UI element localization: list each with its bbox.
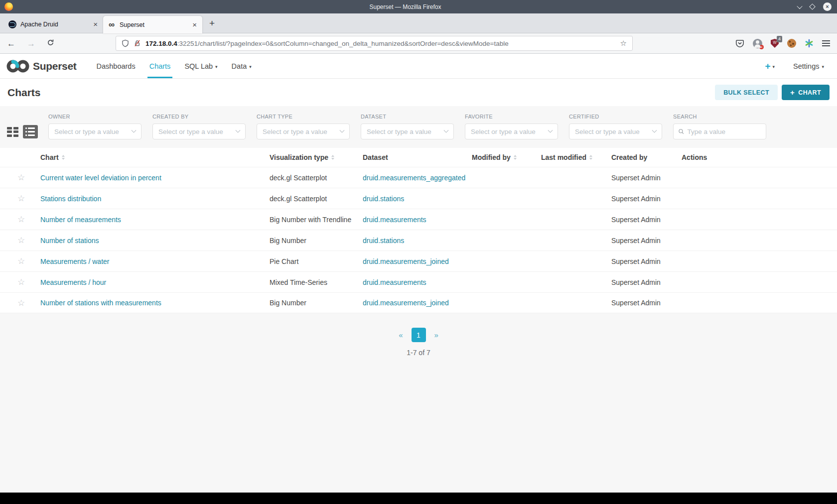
infinity-logo-icon: [6, 59, 29, 74]
chart-link[interactable]: Number of stations with measurements: [40, 299, 161, 307]
favorite-star-icon[interactable]: ☆: [7, 193, 40, 204]
pocket-icon[interactable]: [735, 39, 744, 48]
chevron-down-icon: [132, 127, 137, 132]
dataset-link[interactable]: druid.measurements_joined: [363, 257, 449, 265]
chevron-down-icon: [652, 127, 657, 132]
list-view-icon[interactable]: [23, 125, 38, 138]
col-header-modified-by[interactable]: Modified by: [472, 153, 541, 161]
new-dropdown-button[interactable]: + ▾: [765, 61, 775, 71]
tab-bar: Apache Druid × ∞ Superset × +: [0, 13, 837, 33]
col-header-chart[interactable]: Chart: [40, 153, 270, 161]
favorite-star-icon[interactable]: ☆: [7, 235, 40, 246]
tracking-shield-icon[interactable]: [122, 39, 129, 47]
adblock-badge: 4: [777, 36, 782, 42]
chart-link[interactable]: Measurements / hour: [40, 278, 106, 286]
sort-icon[interactable]: [589, 155, 592, 160]
created-by: Superset Admin: [611, 174, 682, 182]
new-tab-button[interactable]: +: [209, 18, 215, 29]
dataset-filter-select[interactable]: Select or type a value: [361, 124, 454, 139]
prev-page-button[interactable]: «: [395, 331, 407, 339]
col-header-actions: Actions: [682, 153, 837, 161]
chart-link[interactable]: Current water level deviation in percent: [40, 174, 161, 182]
window-titlebar: Superset — Mozilla Firefox ×: [0, 0, 837, 13]
settings-menu[interactable]: Settings ▾: [793, 62, 824, 70]
new-chart-button[interactable]: + CHART: [782, 85, 830, 100]
chart-link[interactable]: Number of measurements: [40, 216, 121, 224]
adblock-shield-icon[interactable]: 4: [771, 39, 779, 48]
chart-link[interactable]: Measurements / water: [40, 257, 110, 265]
nav-charts[interactable]: Charts: [142, 54, 178, 78]
favorite-star-icon[interactable]: ☆: [7, 256, 40, 266]
superset-favicon: ∞: [108, 21, 116, 29]
sort-icon[interactable]: [62, 155, 65, 160]
url-bar[interactable]: 172.18.0.4:32251/chart/list/?pageIndex=0…: [116, 36, 633, 51]
chevron-down-icon: [548, 127, 553, 132]
favorite-star-icon[interactable]: ☆: [7, 298, 40, 308]
dataset-link[interactable]: druid.measurements_joined: [363, 299, 449, 307]
firefox-icon: [4, 2, 13, 11]
nav-dashboards[interactable]: Dashboards: [89, 54, 142, 78]
table-row: ☆ Measurements / water Pie Chart druid.m…: [0, 251, 837, 271]
created-by: Superset Admin: [611, 195, 682, 203]
tab-apache-druid[interactable]: Apache Druid ×: [4, 15, 103, 33]
tab-close-icon[interactable]: ×: [92, 20, 99, 28]
menu-icon[interactable]: [822, 40, 830, 46]
table-row: ☆ Number of measurements Big Number with…: [0, 209, 837, 230]
account-icon[interactable]: ×: [753, 39, 762, 48]
viz-type: Big Number: [270, 299, 363, 307]
insecure-lock-icon[interactable]: [134, 39, 141, 47]
owner-filter-select[interactable]: Select or type a value: [48, 124, 141, 139]
sort-icon[interactable]: [514, 155, 517, 160]
favorite-star-icon[interactable]: ☆: [7, 172, 40, 183]
dataset-link[interactable]: druid.measurements: [363, 216, 426, 224]
sort-icon[interactable]: [331, 155, 334, 160]
search-box: [673, 124, 766, 139]
col-header-last-modified[interactable]: Last modified: [541, 153, 611, 161]
extension-asterisk-icon[interactable]: [805, 39, 814, 48]
dataset-link[interactable]: druid.stations: [363, 195, 404, 203]
favorite-filter-select[interactable]: Select or type a value: [465, 124, 558, 139]
filter-label-dataset: DATASET: [361, 114, 454, 120]
card-view-icon[interactable]: [7, 127, 18, 137]
close-icon[interactable]: ×: [823, 2, 832, 11]
nav-data[interactable]: Data▾: [225, 54, 259, 78]
page-1-button[interactable]: 1: [412, 328, 426, 342]
charts-table: Chart Visualization type Dataset Modifie…: [0, 148, 837, 313]
next-page-button[interactable]: »: [430, 331, 442, 339]
bookmark-star-icon[interactable]: ☆: [620, 39, 627, 48]
pagination: « 1 »: [0, 328, 837, 342]
filter-label-chart-type: CHART TYPE: [257, 114, 350, 120]
nav-sql-lab[interactable]: SQL Lab▾: [177, 54, 224, 78]
chart-type-filter-select[interactable]: Select or type a value: [257, 124, 350, 139]
page-header: Charts BULK SELECT + CHART: [0, 79, 837, 106]
reload-icon[interactable]: [47, 39, 54, 48]
druid-favicon: [8, 20, 16, 28]
col-header-created-by: Created by: [611, 153, 682, 161]
certified-filter-select[interactable]: Select or type a value: [569, 124, 662, 139]
search-input[interactable]: [687, 128, 761, 135]
dataset-link[interactable]: druid.measurements_aggregated: [363, 174, 465, 182]
minimize-icon[interactable]: [797, 3, 802, 8]
bulk-select-button[interactable]: BULK SELECT: [715, 85, 778, 100]
tab-close-icon[interactable]: ×: [191, 20, 198, 29]
dataset-link[interactable]: druid.measurements: [363, 278, 426, 286]
dataset-link[interactable]: druid.stations: [363, 237, 404, 245]
forward-icon[interactable]: →: [27, 39, 35, 48]
chart-link[interactable]: Stations distribution: [40, 195, 101, 203]
favorite-star-icon[interactable]: ☆: [7, 214, 40, 225]
url-host: 172.18.0.4: [145, 40, 177, 47]
created-by-filter-select[interactable]: Select or type a value: [152, 124, 246, 139]
tab-title: Superset: [120, 21, 191, 28]
cookie-icon[interactable]: [787, 39, 796, 48]
superset-logo[interactable]: Superset: [6, 59, 76, 74]
table-header-row: Chart Visualization type Dataset Modifie…: [0, 148, 837, 167]
favorite-star-icon[interactable]: ☆: [7, 277, 40, 287]
tab-superset[interactable]: ∞ Superset ×: [103, 16, 202, 33]
back-icon[interactable]: ←: [7, 39, 15, 48]
maximize-icon[interactable]: [809, 3, 816, 10]
chevron-down-icon: [236, 127, 241, 132]
col-header-visualization-type[interactable]: Visualization type: [270, 153, 363, 161]
table-row: ☆ Measurements / hour Mixed Time-Series …: [0, 271, 837, 292]
chart-link[interactable]: Number of stations: [40, 237, 99, 245]
brand-name: Superset: [33, 60, 76, 72]
